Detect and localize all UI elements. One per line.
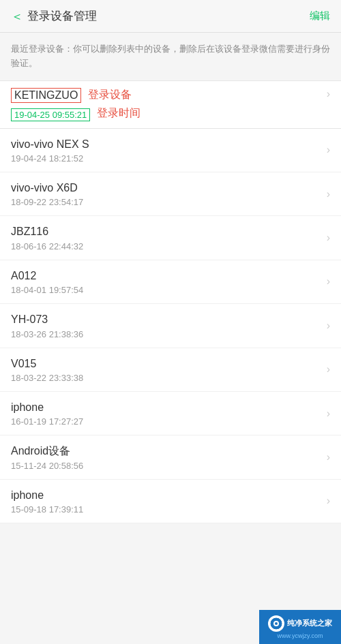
- watermark: 纯净系统之家 www.ycwjzy.com: [259, 610, 341, 644]
- device-time: 15-11-24 20:58:56: [11, 461, 321, 471]
- device-time: 15-09-18 17:39:11: [11, 504, 321, 515]
- device-item-info: JBZ11618-06-16 22:44:32: [11, 224, 321, 251]
- header-left: ＜ 登录设备管理: [11, 8, 97, 25]
- device-time: 18-06-16 22:44:32: [11, 241, 321, 251]
- device-item-info: iphone15-09-18 17:39:11: [11, 488, 321, 515]
- chevron-right-icon: ›: [327, 188, 330, 200]
- current-device-time: 19-04-25 09:55:21: [11, 108, 90, 121]
- device-time: 18-09-22 23:54:17: [11, 197, 321, 207]
- device-item-info: V01518-03-22 23:33:38: [11, 356, 321, 383]
- notice-section: 最近登录设备：你可以删除列表中的设备，删除后在该设备登录微信需要进行身份验证。: [0, 33, 341, 81]
- device-item-info: YH-07318-03-26 21:38:36: [11, 312, 321, 339]
- device-item[interactable]: A01218-04-01 19:57:54›: [0, 260, 341, 304]
- current-device-second-line: 19-04-25 09:55:21 登录时间: [11, 106, 321, 121]
- device-time: 18-04-01 19:57:54: [11, 285, 321, 295]
- device-name: V015: [11, 356, 321, 371]
- chevron-right-icon: ›: [327, 275, 330, 288]
- current-device-name-label: 登录设备: [88, 88, 132, 102]
- device-time: 16-01-19 17:27:27: [11, 416, 321, 427]
- device-time: 18-03-22 23:33:38: [11, 373, 321, 383]
- current-device-time-label: 登录时间: [97, 106, 140, 121]
- device-time: 18-03-26 21:38:36: [11, 329, 321, 339]
- device-item-info: Android设备15-11-24 20:58:56: [11, 444, 321, 470]
- device-item-info: vivo-vivo X6D18-09-22 23:54:17: [11, 181, 321, 207]
- device-item[interactable]: vivo-vivo NEX S19-04-24 18:21:52›: [0, 129, 341, 172]
- current-device-chevron-icon: ›: [327, 88, 330, 100]
- edit-button[interactable]: 编辑: [310, 10, 330, 22]
- device-item-info: A01218-04-01 19:57:54: [11, 269, 321, 295]
- device-list: vivo-vivo NEX S19-04-24 18:21:52›vivo-vi…: [0, 129, 341, 524]
- device-name: JBZ116: [11, 224, 321, 239]
- chevron-right-icon: ›: [327, 144, 330, 156]
- chevron-right-icon: ›: [327, 232, 330, 244]
- device-name: iphone: [11, 400, 321, 415]
- device-name: vivo-vivo X6D: [11, 181, 321, 196]
- header: ＜ 登录设备管理 编辑: [0, 0, 341, 33]
- watermark-logo: 纯净系统之家: [268, 615, 332, 632]
- current-device-first-line: KETINGZUO 登录设备: [11, 88, 321, 103]
- device-name: vivo-vivo NEX S: [11, 137, 321, 152]
- device-item[interactable]: JBZ11618-06-16 22:44:32›: [0, 216, 341, 260]
- device-item-info: vivo-vivo NEX S19-04-24 18:21:52: [11, 137, 321, 164]
- device-item[interactable]: vivo-vivo X6D18-09-22 23:54:17›: [0, 172, 341, 216]
- current-device-info: KETINGZUO 登录设备 19-04-25 09:55:21 登录时间: [11, 88, 321, 121]
- device-time: 19-04-24 18:21:52: [11, 153, 321, 164]
- device-name: Android设备: [11, 444, 321, 459]
- device-item[interactable]: iphone16-01-19 17:27:27›: [0, 392, 341, 435]
- current-device-section[interactable]: KETINGZUO 登录设备 19-04-25 09:55:21 登录时间 ›: [0, 81, 341, 129]
- device-item-info: iphone16-01-19 17:27:27: [11, 400, 321, 427]
- chevron-right-icon: ›: [327, 320, 330, 332]
- chevron-right-icon: ›: [327, 495, 330, 507]
- device-item[interactable]: V01518-03-22 23:33:38›: [0, 348, 341, 392]
- watermark-url: www.ycwjzy.com: [278, 632, 323, 639]
- watermark-brand: 纯净系统之家: [287, 618, 332, 628]
- notice-text: 最近登录设备：你可以删除列表中的设备，删除后在该设备登录微信需要进行身份验证。: [11, 44, 330, 68]
- device-item[interactable]: Android设备15-11-24 20:58:56›: [0, 435, 341, 479]
- svg-point-2: [275, 622, 278, 625]
- watermark-icon: [268, 615, 284, 632]
- device-item[interactable]: YH-07318-03-26 21:38:36›: [0, 304, 341, 348]
- page-title: 登录设备管理: [27, 8, 97, 24]
- device-name: iphone: [11, 488, 321, 503]
- chevron-right-icon: ›: [327, 363, 330, 375]
- device-name: YH-073: [11, 312, 321, 327]
- device-name: A012: [11, 269, 321, 283]
- current-device-name: KETINGZUO: [11, 88, 81, 103]
- device-item[interactable]: iphone15-09-18 17:39:11›: [0, 480, 341, 523]
- chevron-right-icon: ›: [327, 408, 330, 420]
- back-icon[interactable]: ＜: [11, 8, 23, 25]
- chevron-right-icon: ›: [327, 451, 330, 463]
